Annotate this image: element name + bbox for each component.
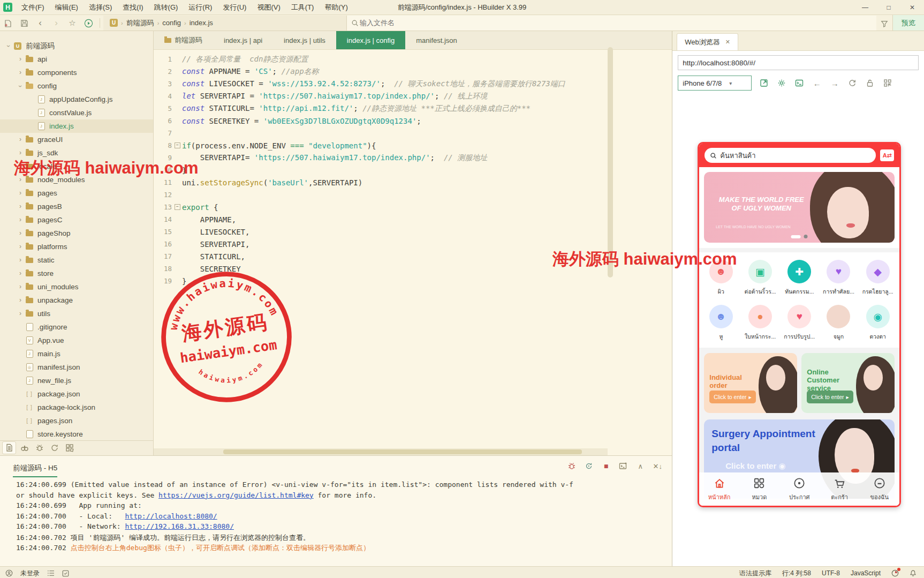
minimize-button[interactable]: — [853, 1, 877, 14]
line-number[interactable]: 6 [154, 117, 174, 125]
tree-item-manifest.json[interactable]: ◎manifest.json [0, 361, 153, 374]
file-search-input[interactable] [359, 18, 872, 27]
hero-banner[interactable]: MAKE THE WORLD FREE OF UGLY WOMEN LET TH… [704, 172, 895, 243]
filter-funnel-icon[interactable] [876, 16, 892, 31]
menu-item-6[interactable]: 运行(R) [184, 2, 217, 13]
lock-icon[interactable] [865, 78, 875, 88]
clear-icon[interactable]: ✕↓ [653, 461, 662, 471]
menu-item-8[interactable]: 视图(V) [252, 2, 285, 13]
category-item[interactable]: ✚ทันตกรรม... [780, 260, 819, 296]
refresh-icon[interactable] [847, 78, 858, 88]
tree-item-static[interactable]: ›static [0, 253, 153, 267]
device-select[interactable]: iPhone 6/7/8 ▾ [678, 76, 752, 91]
tree-item-platforms[interactable]: ›platforms [0, 240, 153, 253]
tree-item-utils[interactable]: ›utils [0, 307, 153, 320]
tree-item-.gitignore[interactable]: .gitignore [0, 320, 153, 334]
translate-icon[interactable]: A⇄ [880, 149, 894, 161]
line-number[interactable]: 12 [154, 191, 174, 199]
console-link[interactable]: https://vuejs.org/guide/list.html#key [158, 491, 314, 499]
carousel-dots[interactable] [791, 235, 808, 238]
new-file-button[interactable] [0, 16, 16, 31]
extensions-icon[interactable] [63, 442, 76, 454]
tree-item-components[interactable]: ›components [0, 66, 153, 79]
line-number[interactable]: 17 [154, 252, 174, 260]
carousel-dot-active[interactable] [791, 235, 801, 238]
notification-bell-icon[interactable] [910, 569, 917, 577]
line-number[interactable]: 7 [154, 129, 174, 137]
category-item[interactable]: ●ใบหน้ากระ... [740, 305, 779, 341]
menu-item-4[interactable]: 查找(I) [118, 2, 148, 13]
code-viewport[interactable]: 1// 各项全局常量 cdn静态资源配置2const APPNAME = 'CS… [154, 50, 608, 452]
category-item[interactable]: ▣ต่อต้านริ้วร... [740, 260, 779, 296]
navigate-forward-button[interactable]: › [48, 16, 64, 31]
console-link[interactable]: http://localhost:8080/ [125, 512, 217, 520]
arrow-left-icon[interactable]: ← [812, 78, 822, 88]
line-number[interactable]: 2 [154, 67, 174, 76]
editor-tab-manifest-json[interactable]: manifest.json [405, 31, 468, 49]
bug-icon[interactable] [33, 442, 46, 454]
breadcrumb-segment[interactable]: 前端源码 [126, 18, 154, 28]
tree-item-appupdateconfig.js[interactable]: JappUpdateConfig.js [0, 93, 153, 106]
menu-item-2[interactable]: 编辑(E) [50, 2, 83, 13]
save-button[interactable] [16, 16, 32, 31]
code-line[interactable]: 5const STATICURL= 'http://api.m12.fit/';… [154, 102, 608, 115]
user-account-icon[interactable] [5, 569, 13, 577]
nav-item-house[interactable]: หน้าหลัก [699, 472, 739, 506]
syntax-library-label[interactable]: 语法提示库 [739, 569, 771, 578]
tree-item-app.vue[interactable]: VApp.vue [0, 334, 153, 347]
bug-icon[interactable] [567, 461, 577, 471]
code-line[interactable]: 16 SERVERTAPI, [154, 238, 608, 250]
line-number[interactable]: 15 [154, 228, 174, 236]
code-line[interactable]: 4let SERVERTAPI = 'https://507.haiwaiym1… [154, 90, 608, 102]
category-item[interactable]: ♥การทำศัลย... [819, 260, 858, 296]
tree-item-pages[interactable]: ›pages [0, 186, 153, 200]
breadcrumb-segment[interactable]: index.js [190, 19, 213, 27]
category-item[interactable]: ☻ผิว [701, 260, 740, 296]
tree-item-locale[interactable]: ›locale [0, 160, 153, 173]
code-line[interactable]: 11uni.setStorageSync('baseUrl',SERVERTAP… [154, 176, 608, 189]
editor-tab-index-js---config[interactable]: index.js | config [336, 31, 405, 49]
code-line[interactable]: 12 [154, 189, 608, 201]
login-status[interactable]: 未登录 [20, 569, 40, 578]
preview-button[interactable]: 预览 [892, 15, 924, 31]
close-button[interactable]: ✕ [900, 1, 924, 14]
navigate-back-button[interactable]: ‹ [32, 16, 48, 31]
line-number[interactable]: 3 [154, 80, 174, 88]
tree-item-main.js[interactable]: Jmain.js [0, 347, 153, 361]
fold-marker-icon[interactable]: − [174, 204, 181, 210]
carousel-dot[interactable] [804, 235, 808, 238]
restart-icon[interactable] [584, 461, 594, 471]
code-line[interactable]: 19} [154, 275, 608, 287]
nav-item-user[interactable]: ของฉัน [859, 472, 899, 506]
category-item[interactable]: จมูก [819, 305, 858, 341]
tree-item-package-lock.json[interactable]: [ ]package-lock.json [0, 401, 153, 414]
line-number[interactable]: 10 [154, 166, 174, 174]
menu-item-5[interactable]: 跳转(G) [149, 2, 183, 13]
tree-item-store[interactable]: ›store [0, 267, 153, 280]
category-item[interactable]: ◉ดวงตา [858, 305, 897, 341]
line-number[interactable]: 5 [154, 104, 174, 112]
surgery-enter-button[interactable]: Click to enter ◉ [725, 461, 785, 471]
browser-tab[interactable]: Web浏览器 ✕ [677, 33, 738, 50]
menu-item-3[interactable]: 选择(S) [84, 2, 117, 13]
stop-icon[interactable]: ■ [601, 461, 611, 471]
tree-item-newfile.js[interactable]: Jnew_file.js [0, 374, 153, 387]
line-number[interactable]: 16 [154, 240, 174, 248]
run-button[interactable] [80, 16, 96, 31]
nav-item-circle-dot[interactable]: ประกาศ [779, 472, 820, 506]
cursor-position[interactable]: 行:4 列:58 [782, 569, 811, 578]
menu-item-10[interactable]: 帮助(Y) [320, 2, 352, 13]
tree-item-unpackage[interactable]: ›unpackage [0, 294, 153, 307]
tree-item-constvalue.js[interactable]: JconstValue.js [0, 106, 153, 119]
tree-item-pages.json[interactable]: [ ]pages.json [0, 414, 153, 427]
maximize-button[interactable]: □ [877, 1, 900, 14]
editor-tab-index-js---api[interactable]: index.js | api [213, 31, 273, 49]
product-search-bar[interactable]: ค้นหาสินค้า [705, 148, 876, 163]
nav-item-cart[interactable]: ตะกร้า [820, 472, 860, 506]
console-icon[interactable] [794, 78, 805, 88]
tree-item-store.keystore[interactable]: store.keystore [0, 427, 153, 440]
code-line[interactable]: 6const SECRETKEY = 'wb0EExSg3D7lBLGxOZUD… [154, 115, 608, 127]
tree-item-unimodules[interactable]: ›uni_modules [0, 280, 153, 294]
line-number[interactable]: 1 [154, 55, 174, 63]
browser-tab-close-icon[interactable]: ✕ [725, 39, 730, 46]
